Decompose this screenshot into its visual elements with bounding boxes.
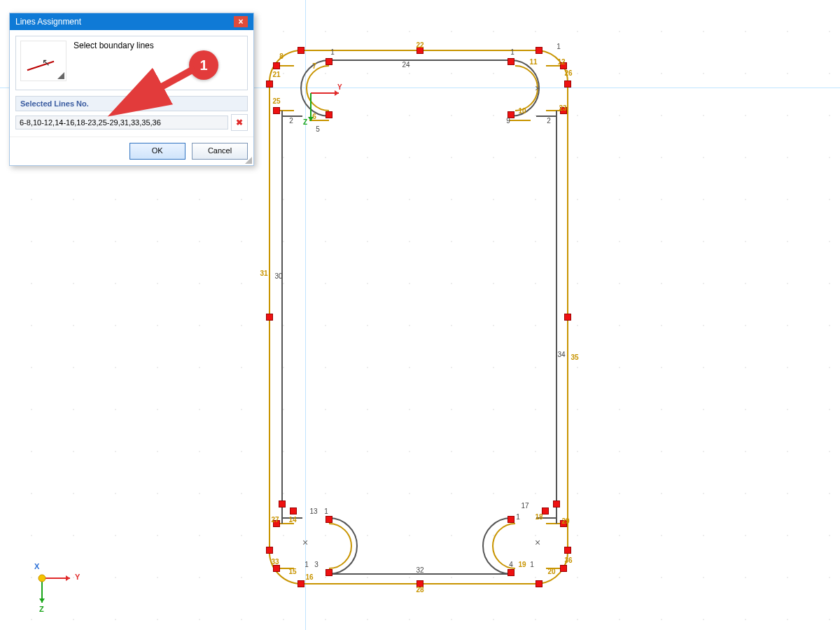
line-label: 11 xyxy=(529,58,537,66)
selection-handle[interactable] xyxy=(536,580,542,587)
line-label: 4 xyxy=(509,561,513,568)
line-label: 13 xyxy=(309,507,317,515)
selection-handle[interactable] xyxy=(266,547,273,554)
line-label: 25 xyxy=(272,97,280,105)
line-label: 1 xyxy=(324,507,328,515)
selection-handle[interactable] xyxy=(507,516,514,523)
selection-handle[interactable] xyxy=(326,58,332,65)
line-label: 1 xyxy=(530,561,534,568)
line-label: 34 xyxy=(557,351,565,358)
axis-x-label: X xyxy=(34,562,39,570)
line-label: 32 xyxy=(416,566,424,574)
selection-handle[interactable] xyxy=(560,565,567,572)
axis-y-label-2: Y xyxy=(75,573,80,581)
svg-marker-27 xyxy=(308,117,314,121)
line-label: 15 xyxy=(288,568,296,575)
instruction-text: Select boundary lines xyxy=(74,41,154,50)
svg-line-33 xyxy=(126,69,195,106)
line-label: 20 xyxy=(547,568,555,575)
line-label: 1 xyxy=(510,48,514,56)
line-label: 29 xyxy=(561,517,569,525)
annotation-arrow xyxy=(119,63,217,119)
line-label: 22 xyxy=(416,41,424,49)
selection-handle[interactable] xyxy=(507,58,514,65)
select-line-icon: ↖ xyxy=(20,41,66,81)
selection-handle[interactable] xyxy=(564,314,571,321)
axis-z-label: Z xyxy=(303,118,307,126)
clear-selection-button[interactable]: ✖ xyxy=(231,114,248,131)
line-label: 28 xyxy=(416,586,424,594)
line-label: 33 xyxy=(271,558,279,566)
svg-marker-29 xyxy=(66,575,70,581)
line-label: 23 xyxy=(559,104,566,112)
selection-handle[interactable] xyxy=(326,569,332,576)
node-marker: × xyxy=(302,537,308,548)
line-label: 10 xyxy=(518,107,526,115)
line-label: 1 xyxy=(556,43,561,50)
line-label: 3 xyxy=(314,561,318,568)
line-label: 30 xyxy=(274,272,282,280)
line-label: 18 xyxy=(535,513,542,521)
selection-handle[interactable] xyxy=(273,62,280,69)
line-label: 7 xyxy=(312,62,316,70)
line-label: 12 xyxy=(557,58,565,66)
line-label: 31 xyxy=(260,270,267,277)
line-label: 1 xyxy=(516,513,520,521)
selection-handle[interactable] xyxy=(266,80,273,88)
svg-point-32 xyxy=(38,575,46,582)
line-label: 8 xyxy=(279,52,284,60)
line-label: 1 xyxy=(330,48,335,56)
selection-handle[interactable] xyxy=(290,507,297,514)
global-axes: X Y Z xyxy=(31,564,88,615)
selection-handle[interactable] xyxy=(273,107,280,114)
line-label: 2 xyxy=(547,117,551,125)
selection-handle[interactable] xyxy=(564,547,571,554)
selection-handle[interactable] xyxy=(536,47,542,54)
line-label: 26 xyxy=(564,69,572,77)
line-label: 24 xyxy=(402,61,410,69)
line-label: 1 xyxy=(304,561,309,568)
line-label: 36 xyxy=(564,556,572,564)
resize-grip[interactable] xyxy=(245,157,252,164)
line-label: 16 xyxy=(305,573,313,581)
line-label: 2 xyxy=(289,117,293,125)
line-label: 27 xyxy=(271,516,279,524)
line-label: 17 xyxy=(521,502,528,510)
selection-handle[interactable] xyxy=(298,580,304,587)
selection-handle[interactable] xyxy=(553,500,560,507)
ok-button[interactable]: OK xyxy=(130,143,186,160)
model-origin-axes: Y Z xyxy=(305,88,347,131)
dialog-title: Lines Assignment xyxy=(15,13,81,30)
cursor-icon: ↖ xyxy=(42,57,50,68)
line-label: 21 xyxy=(272,71,280,78)
selection-handle[interactable] xyxy=(279,500,286,507)
line-label: 9 xyxy=(506,117,510,125)
selection-handle[interactable] xyxy=(326,516,332,523)
axis-y-label: Y xyxy=(337,83,342,91)
node-marker: × xyxy=(535,537,540,548)
selection-handle[interactable] xyxy=(298,47,304,54)
axis-z-label-2: Z xyxy=(39,605,44,613)
selection-handle[interactable] xyxy=(266,314,273,321)
line-label: 19 xyxy=(518,561,526,568)
node-marker: × xyxy=(535,83,540,94)
line-label: 35 xyxy=(570,354,578,361)
line-label: 14 xyxy=(288,516,296,524)
dialog-titlebar[interactable]: Lines Assignment × xyxy=(10,13,253,30)
svg-marker-25 xyxy=(335,90,339,96)
selection-handle[interactable] xyxy=(273,565,280,572)
cancel-button[interactable]: Cancel xyxy=(192,143,248,160)
svg-marker-31 xyxy=(39,598,45,603)
selection-handle[interactable] xyxy=(507,569,514,576)
close-button[interactable]: × xyxy=(234,16,248,27)
selection-handle[interactable] xyxy=(564,80,571,88)
